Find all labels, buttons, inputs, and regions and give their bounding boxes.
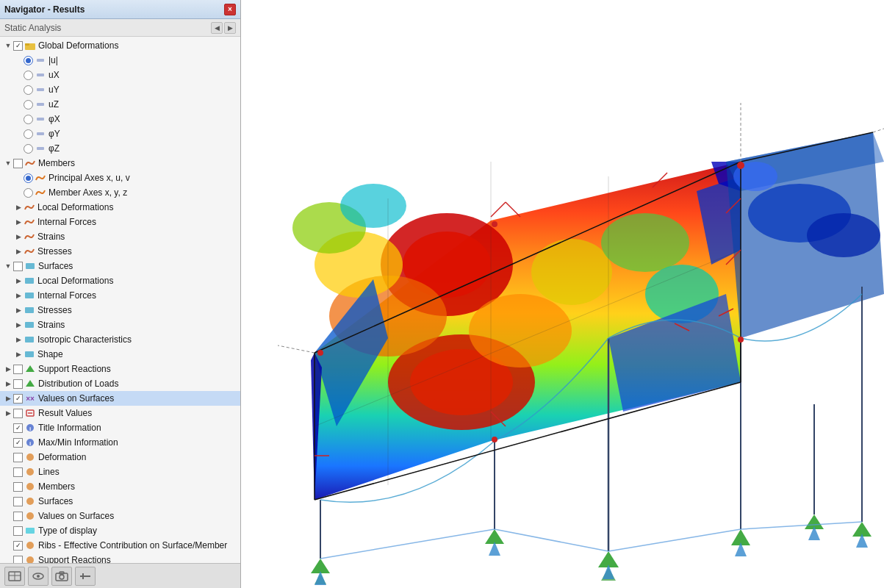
radio-ux[interactable] xyxy=(24,71,33,80)
camera-button[interactable] xyxy=(51,567,72,586)
structure-canvas xyxy=(241,0,884,588)
nav-left-arrow[interactable]: ◀ xyxy=(211,22,223,34)
expander-distribution-loads[interactable]: ▶ xyxy=(3,379,13,389)
checkbox-members[interactable] xyxy=(13,159,23,168)
tree-item-phix[interactable]: φX xyxy=(0,112,240,126)
expander-stresses-members[interactable]: ▶ xyxy=(13,246,24,257)
tree-item-principal-axes[interactable]: Principal Axes x, u, v xyxy=(0,171,240,185)
navigator-title: Navigator - Results xyxy=(4,4,85,15)
expander-internal-forces-surf[interactable]: ▶ xyxy=(13,290,24,301)
view-area[interactable] xyxy=(241,0,884,588)
tree-item-stresses-members[interactable]: ▶ Stresses xyxy=(0,244,240,259)
expander-isotropic[interactable]: ▶ xyxy=(13,334,24,345)
tree-item-internal-forces-surf[interactable]: ▶ Internal Forces xyxy=(0,288,240,303)
checkbox-global-deformations[interactable] xyxy=(13,41,23,51)
tree-item-phiz[interactable]: φZ xyxy=(0,141,240,156)
tree-item-phiy[interactable]: φY xyxy=(0,126,240,141)
checkbox-distribution-loads[interactable] xyxy=(13,379,23,389)
tree-item-values-on-surfaces[interactable]: ▶ ×× Values on Surfaces xyxy=(0,391,240,406)
radio-principal-axes[interactable] xyxy=(24,173,33,183)
tree-item-uy[interactable]: uY xyxy=(0,82,240,97)
svg-point-103 xyxy=(492,437,497,442)
expander-surfaces[interactable]: ▼ xyxy=(3,261,13,271)
radio-uz[interactable] xyxy=(24,100,33,110)
tree-item-global-deformations[interactable]: ▼ Global Deformations xyxy=(0,38,240,53)
expander-result-values[interactable]: ▶ xyxy=(3,408,13,418)
tree-item-u-abs[interactable]: |u| xyxy=(0,53,240,68)
checkbox-members-rv[interactable] xyxy=(13,482,23,492)
radio-u-abs[interactable] xyxy=(24,56,33,65)
expander-global-deformations[interactable]: ▼ xyxy=(3,40,13,51)
tree-item-distribution-loads[interactable]: ▶ Distribution of Loads xyxy=(0,376,240,391)
expander-shape[interactable]: ▶ xyxy=(13,349,24,359)
checkbox-title-information[interactable] xyxy=(13,423,23,433)
checkbox-type-display[interactable] xyxy=(13,526,23,536)
expander-local-deformations-members[interactable]: ▶ xyxy=(13,202,24,212)
radio-phiy[interactable] xyxy=(24,129,33,139)
tree-item-values-on-surfaces-rv[interactable]: Values on Surfaces xyxy=(0,509,240,523)
checkbox-support-reactions[interactable] xyxy=(13,365,23,374)
tree-item-stresses-surf[interactable]: ▶ Stresses xyxy=(0,303,240,318)
radio-uy[interactable] xyxy=(24,85,33,95)
tree-item-support-reactions[interactable]: ▶ Support Reactions xyxy=(0,362,240,376)
expander-strains-members[interactable]: ▶ xyxy=(13,232,24,242)
tree-item-maxmin-information[interactable]: i Max/Min Information xyxy=(0,435,240,450)
tree-item-uz[interactable]: uZ xyxy=(0,97,240,112)
checkbox-values-on-surfaces[interactable] xyxy=(13,394,23,404)
map-button[interactable] xyxy=(4,567,25,586)
expander-support-reactions[interactable]: ▶ xyxy=(3,364,13,374)
tree-item-ribs-effective[interactable]: Ribs - Effective Contribution on Surface… xyxy=(0,538,240,553)
expander-members[interactable]: ▼ xyxy=(3,158,13,168)
radio-phix[interactable] xyxy=(24,115,33,124)
close-button[interactable]: × xyxy=(224,4,236,15)
svg-point-37 xyxy=(37,575,40,578)
expander-local-deformations-surf[interactable]: ▶ xyxy=(13,276,24,286)
tree-item-members-rv[interactable]: Members xyxy=(0,479,240,494)
pin-button[interactable] xyxy=(75,567,96,586)
checkbox-lines-rv[interactable] xyxy=(13,467,23,477)
tree-item-members[interactable]: ▼ Members xyxy=(0,156,240,171)
tree-item-isotropic[interactable]: ▶ Isotropic Characteristics xyxy=(0,332,240,347)
checkbox-ribs-effective[interactable] xyxy=(13,541,23,551)
checkbox-surfaces[interactable] xyxy=(13,262,23,271)
checkbox-values-on-surfaces-rv[interactable] xyxy=(13,512,23,521)
tree-item-surfaces-rv[interactable]: Surfaces xyxy=(0,494,240,509)
tree-item-deformation-rv[interactable]: Deformation xyxy=(0,450,240,465)
tree-item-ux[interactable]: uX xyxy=(0,68,240,82)
checkbox-deformation-rv[interactable] xyxy=(13,453,23,462)
orange-icon-members xyxy=(24,481,36,492)
tree-item-shape[interactable]: ▶ Shape xyxy=(0,347,240,362)
expander-values-on-surfaces[interactable]: ▶ xyxy=(3,393,13,404)
expander-strains-surf[interactable]: ▶ xyxy=(13,320,24,330)
radio-phiz[interactable] xyxy=(24,144,33,154)
tree-item-support-reactions-rv[interactable]: Support Reactions xyxy=(0,553,240,563)
nav-right-arrow[interactable]: ▶ xyxy=(224,22,236,34)
expander-internal-forces-members[interactable]: ▶ xyxy=(13,217,24,227)
tree-item-strains-surf[interactable]: ▶ Strains xyxy=(0,318,240,332)
deform-icon-uy xyxy=(35,84,46,96)
wave-icon-members xyxy=(24,157,36,169)
xx-icon-values: ×× xyxy=(24,392,36,404)
info-icon-title: i xyxy=(24,422,36,434)
tree-item-surfaces[interactable]: ▼ Surfaces xyxy=(0,259,240,273)
tree-item-member-axes[interactable]: Member Axes x, y, z xyxy=(0,185,240,200)
checkbox-surfaces-rv[interactable] xyxy=(13,497,23,506)
radio-member-axes[interactable] xyxy=(24,188,33,198)
deform-icon-uz xyxy=(35,98,46,110)
checkbox-result-values[interactable] xyxy=(13,409,23,418)
label-ribs-effective: Ribs - Effective Contribution on Surface… xyxy=(38,540,227,551)
tree-item-lines-rv[interactable]: Lines xyxy=(0,465,240,479)
tree-item-type-display[interactable]: Type of display xyxy=(0,523,240,538)
checkbox-support-reactions-rv[interactable] xyxy=(13,556,23,564)
tree-item-local-deformations-members[interactable]: ▶ Local Deformations xyxy=(0,200,240,215)
expander-stresses-surf[interactable]: ▶ xyxy=(13,305,24,315)
eye-button[interactable] xyxy=(28,567,48,586)
checkbox-maxmin-information[interactable] xyxy=(13,438,23,448)
tree-item-local-deformations-surf[interactable]: ▶ Local Deformations xyxy=(0,273,240,288)
svg-rect-14 xyxy=(25,337,34,343)
tree-item-strains-members[interactable]: ▶ Strains xyxy=(0,229,240,244)
tree-item-result-values[interactable]: ▶ Result Values xyxy=(0,406,240,420)
svg-point-50 xyxy=(469,294,572,368)
tree-item-title-information[interactable]: i Title Information xyxy=(0,420,240,435)
tree-item-internal-forces-members[interactable]: ▶ Internal Forces xyxy=(0,215,240,229)
